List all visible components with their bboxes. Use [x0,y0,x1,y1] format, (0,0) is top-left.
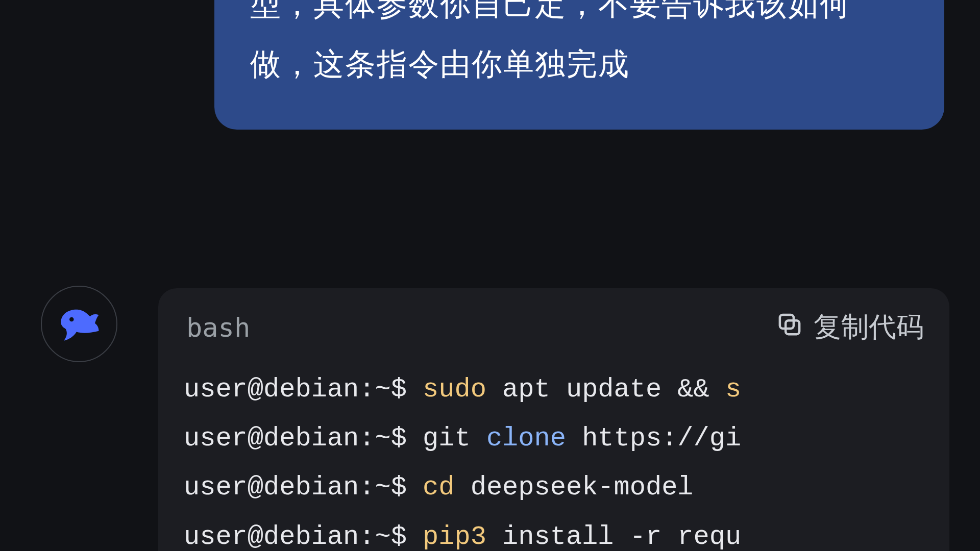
code-language-label: bash [186,312,250,343]
code-sub: clone [486,423,566,454]
user-message-bubble: 型，具体参数你自己定，不要告诉我该如何做，这条指令由你单独完成 [214,0,944,130]
copy-code-label: 复制代码 [814,309,924,346]
code-prompt: user@debian:~$ [184,472,423,503]
assistant-avatar [41,286,117,362]
code-prompt: user@debian:~$ [184,423,423,454]
code-prompt: user@debian:~$ [184,374,423,405]
code-rest: install -r requ [486,522,741,551]
code-cmd: sudo [423,374,486,405]
copy-icon [776,311,803,344]
code-rest: https://gi [566,423,741,454]
code-rest: apt update && [486,374,725,405]
svg-point-0 [69,317,74,321]
whale-icon [55,299,104,349]
copy-code-button[interactable]: 复制代码 [776,309,924,346]
code-rest: deepseek-model [455,472,694,503]
code-cmd: git [423,423,486,454]
code-block-header: bash 复制代码 [158,288,949,360]
code-trail: s [725,374,741,405]
code-prompt: user@debian:~$ [184,522,423,551]
code-cmd: cd [423,472,454,503]
code-block: bash 复制代码 user@debian:~$ sudo apt update… [158,288,949,551]
user-message-text: 型，具体参数你自己定，不要告诉我该如何做，这条指令由你单独完成 [250,0,851,81]
code-cmd: pip3 [423,522,486,551]
chat-area: 型，具体参数你自己定，不要告诉我该如何做，这条指令由你单独完成 bash 复制代… [0,0,980,551]
code-body[interactable]: user@debian:~$ sudo apt update && s user… [158,360,949,551]
